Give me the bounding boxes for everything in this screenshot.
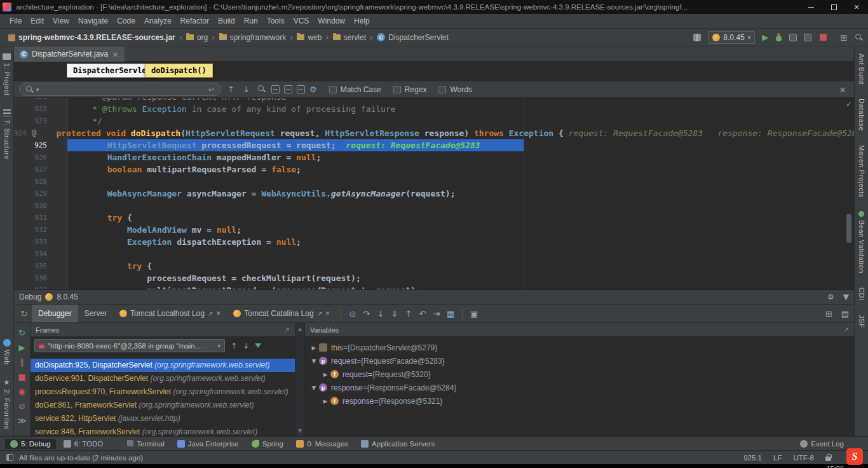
variable-row[interactable]: ▼presponse = {ResponseFacade@5284} [305,381,854,394]
line-separator[interactable]: LF [773,454,782,462]
run-configuration-select[interactable]: 8.0.45 ▾ [708,31,755,44]
variable-row[interactable]: ▶fresponse = {Response@5321} [305,394,854,408]
menu-navigate[interactable]: Navigate [74,17,112,25]
profiler-button[interactable] [804,34,811,41]
editor-scrollbar[interactable] [846,214,851,243]
code-line-923[interactable]: 923 */ [14,115,854,127]
menu-vcs[interactable]: VCS [289,17,314,25]
read-only-lock-icon[interactable] [825,457,831,461]
filter-results-icon[interactable] [297,85,305,93]
context-method-chip[interactable]: doDispatch() [145,64,213,78]
expand-icon[interactable]: ▶ [320,371,330,378]
code-line-933[interactable]: 933 Exception dispatchException = null; [14,236,854,248]
file-encoding[interactable]: UTF-8 [793,454,814,462]
tab-close-icon[interactable]: × [325,309,330,318]
toolwindow-button-web[interactable]: Web [3,339,11,365]
resume-icon[interactable]: ▶ [16,343,29,352]
toolwindow-button-5-debug[interactable]: 5: Debug [5,439,56,449]
caret-position[interactable]: 925:1 [743,454,762,462]
menu-view[interactable]: View [48,17,74,25]
toolwindow-button-database[interactable]: Database [858,99,865,131]
inspections-ok-icon[interactable]: ✓ [846,100,852,109]
breadcrumb-web[interactable]: web [295,33,323,42]
toolwindow-button-maven-projects[interactable]: Maven Projects [858,145,865,198]
menu-file[interactable]: File [5,17,26,25]
search-field[interactable]: ▾ ↵ [19,83,221,96]
code-line-934[interactable]: 934 [14,248,854,260]
stop-icon[interactable]: ■ [16,372,29,382]
toolwindow-button-6-todo[interactable]: 6: TODO [58,439,109,449]
toolwindow-toggle-icon[interactable] [6,454,13,461]
code-line-924[interactable]: 924@ protected void doDispatch(HttpServl… [14,127,854,139]
match-case-checkbox[interactable]: Match Case [329,85,381,94]
show-execution-point-icon[interactable]: ⊙ [346,309,360,319]
frame-row[interactable]: service:846, FrameworkServlet (org.sprin… [31,425,295,437]
evaluate-expression-icon[interactable]: ▦ [444,309,458,319]
menu-refactor[interactable]: Refactor [176,17,214,25]
step-into-icon[interactable]: ↓ [374,309,388,319]
frame-row[interactable]: doService:901, DispatcherServlet (org.sp… [31,372,295,385]
pause-icon[interactable]: ∥ [16,357,29,367]
code-line-937[interactable]: 937 multipartRequestParsed = (processedR… [14,284,854,289]
toolwindow-button-ant-build[interactable]: Ant Build [858,53,865,85]
run-button[interactable]: ▶ [762,32,768,42]
find-all-icon[interactable] [257,85,266,93]
scroll-down-icon[interactable]: ▼ [298,428,302,434]
expand-icon[interactable]: ▶ [309,345,319,351]
previous-occurrence-icon[interactable]: ↑ [226,85,236,94]
collapse-icon[interactable]: ▼ [309,358,319,364]
toolwindow-button-1-project[interactable]: 1: Project [3,53,11,95]
code-line-935[interactable]: 935 try { [14,260,854,272]
scroll-up-icon[interactable]: ▲ [298,326,302,332]
variable-row[interactable]: ▶this = {DispatcherServlet@5279} [305,341,854,354]
thread-select[interactable]: "http-nio-8080-exec-6"@2,358 in group "m… [34,339,225,352]
frame-row[interactable]: service:622, HttpServlet (javax.servlet.… [31,412,295,425]
editor-tab[interactable]: C DispatcherServlet.java × [14,46,125,62]
regex-checkbox[interactable]: Regex [393,85,427,94]
hide-library-frames-icon[interactable] [255,343,261,348]
frame-row[interactable]: doGet:861, FrameworkServlet (org.springf… [31,399,295,412]
expand-icon[interactable]: ▶ [320,398,330,404]
menu-analyze[interactable]: Analyze [140,17,176,25]
tab-close-icon[interactable]: × [112,50,119,59]
ime-badge[interactable]: S [846,448,863,465]
toolwindow-button-event-log[interactable]: Event Log [800,440,863,448]
context-class-chip[interactable]: DispatcherServlet [67,64,158,78]
mute-breakpoints-icon[interactable]: ⊘ [16,401,29,411]
console-icon[interactable]: ▣ [467,309,481,319]
run-to-cursor-icon[interactable]: ⇥ [430,309,444,319]
code-line-931[interactable]: 931 try { [14,212,854,224]
code-line-932[interactable]: 932 ModelAndView mv = null; [14,224,854,236]
toolwindow-button-2-favorites[interactable]: ★2: Favorites [3,379,11,429]
select-all-occurrences-icon[interactable] [284,85,292,93]
breadcrumb-servlet[interactable]: servlet [331,33,368,42]
debug-button[interactable] [775,33,782,41]
minimize-button[interactable] [799,0,822,14]
code-line-936[interactable]: 936 processedRequest = checkMultipart(re… [14,272,854,284]
toolwindow-button-0-messages[interactable]: 0: Messages [291,439,353,449]
code-line-928[interactable]: 928 [14,176,854,188]
maximize-button[interactable] [822,0,845,14]
tab-close-icon[interactable]: × [216,309,220,318]
previous-frame-icon[interactable]: ↑ [231,341,237,350]
tool-windows-icon[interactable]: ⊞ [840,32,848,43]
find-close-icon[interactable]: × [839,85,846,95]
drop-frame-icon[interactable]: ↶ [416,309,430,319]
code-line-926[interactable]: 926 HandlerExecutionChain mappedHandler … [14,151,854,163]
force-step-into-icon[interactable]: ⇓ [388,309,402,319]
rerun-icon[interactable]: ↻ [16,328,29,338]
float-panel-icon[interactable]: ↗ [285,326,290,333]
toolwindow-button-cdi[interactable]: CDI [858,287,865,300]
code-line-927[interactable]: 927 boolean multipartRequestParsed = fal… [14,163,854,176]
step-out-icon[interactable]: ↑ [402,309,416,319]
menu-tools[interactable]: Tools [262,17,289,25]
frame-row[interactable]: doDispatch:925, DispatcherServlet (org.s… [31,359,295,372]
pin-tab-icon[interactable]: ▤ [841,309,849,319]
code-line-922[interactable]: 922 * @throws Exception in case of any k… [14,103,854,115]
breadcrumb-org[interactable]: org [184,33,210,42]
toolwindow-button-jsf[interactable]: JSF [858,315,865,328]
toolwindow-button-7-structure[interactable]: 7: Structure [3,109,11,160]
restore-layout-icon[interactable]: ⊞ [825,309,832,319]
debug-tab-tomcat-catalina-log[interactable]: Tomcat Catalina Log↗× [227,305,336,322]
toolwindow-button-java-enterprise[interactable]: Java Enterprise [172,439,244,449]
